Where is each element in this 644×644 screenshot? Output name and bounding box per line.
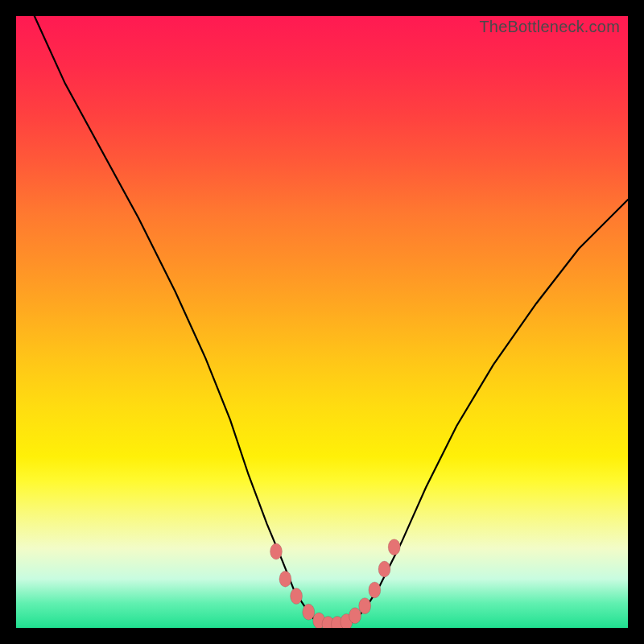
curve-marker: [388, 539, 400, 555]
chart-svg: [16, 16, 628, 628]
curve-marker: [349, 608, 361, 624]
curve-marker: [279, 571, 291, 587]
curve-marker: [359, 598, 371, 614]
curve-marker: [270, 543, 283, 559]
chart-plot-area: TheBottleneck.com: [16, 16, 628, 628]
curve-marker: [378, 561, 390, 577]
curve-marker: [303, 604, 315, 620]
curve-marker: [291, 588, 303, 604]
bottleneck-curve: [35, 16, 628, 625]
curve-marker: [369, 582, 381, 598]
chart-frame: TheBottleneck.com: [0, 0, 644, 644]
